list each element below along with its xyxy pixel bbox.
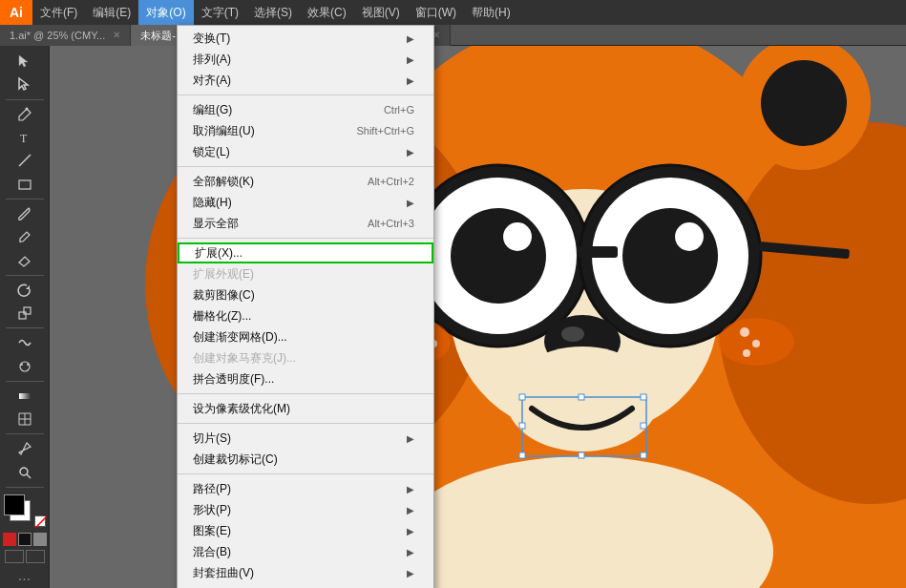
svg-point-7 [21, 364, 23, 366]
menu-group[interactable]: 编组(G) Ctrl+G [178, 99, 433, 120]
submenu-arrow: ▶ [407, 568, 414, 578]
more-tools[interactable]: ··· [18, 571, 31, 588]
menu-section-4: 扩展(X)... 扩展外观(E) 裁剪图像(C) 栅格化(Z)... 创建渐变网… [178, 241, 433, 391]
svg-rect-29 [578, 246, 618, 258]
menu-section-6: 切片(S) ▶ 创建裁切标记(C) [178, 426, 433, 472]
tool-direct-selection[interactable] [4, 74, 46, 94]
color-swatches[interactable] [4, 494, 46, 527]
svg-point-35 [675, 222, 704, 251]
tool-warp[interactable] [4, 332, 46, 353]
menu-file[interactable]: 文件(F) [32, 0, 85, 25]
svg-rect-55 [641, 394, 646, 400]
view-btn-2[interactable] [26, 550, 45, 563]
svg-line-2 [19, 155, 31, 166]
tool-pen[interactable] [4, 104, 46, 125]
svg-point-16 [20, 468, 28, 475]
svg-rect-3 [19, 180, 31, 189]
menu-hide[interactable]: 隐藏(H) ▶ [178, 192, 433, 213]
separator-4 [178, 393, 433, 394]
tab-close-1[interactable]: ✕ [113, 25, 120, 46]
object-dropdown-menu: 变换(T) ▶ 排列(A) ▶ 对齐(A) ▶ 编组(G) Ctrl+G 取消编… [177, 25, 434, 588]
menu-pattern[interactable]: 图案(E) ▶ [178, 520, 433, 541]
menu-section-1: 变换(T) ▶ 排列(A) ▶ 对齐(A) ▶ [178, 26, 433, 93]
tool-rect[interactable] [4, 174, 46, 195]
svg-point-33 [503, 222, 532, 251]
menu-expand-appearance[interactable]: 扩展外观(E) [178, 263, 433, 284]
svg-rect-59 [519, 423, 525, 429]
svg-point-6 [20, 362, 30, 371]
submenu-arrow: ▶ [407, 75, 414, 86]
submenu-arrow: ▶ [407, 54, 414, 65]
gray-square[interactable] [33, 533, 47, 546]
svg-point-51 [743, 349, 750, 357]
submenu-arrow: ▶ [407, 484, 414, 494]
tool-paintbrush[interactable] [4, 203, 46, 224]
tool-eraser[interactable] [4, 249, 46, 270]
tool-scale[interactable] [4, 303, 46, 324]
tool-mesh[interactable] [4, 409, 46, 430]
submenu-arrow: ▶ [407, 505, 414, 515]
svg-rect-53 [519, 394, 525, 400]
svg-rect-4 [19, 312, 26, 319]
menu-path[interactable]: 路径(P) ▶ [178, 478, 433, 499]
menu-slice[interactable]: 切片(S) ▶ [178, 428, 433, 449]
menu-ungroup[interactable]: 取消编组(U) Shift+Ctrl+G [178, 120, 433, 141]
menu-select[interactable]: 选择(S) [246, 0, 300, 25]
menu-flatten-transparency[interactable]: 拼合透明度(F)... [178, 368, 433, 389]
menu-arrange[interactable]: 排列(A) ▶ [178, 49, 433, 70]
menu-align[interactable]: 对齐(A) ▶ [178, 70, 433, 91]
menu-section-2: 编组(G) Ctrl+G 取消编组(U) Shift+Ctrl+G 锁定(L) … [178, 97, 433, 164]
svg-point-8 [27, 364, 29, 366]
submenu-arrow: ▶ [407, 147, 414, 158]
menu-lock[interactable]: 锁定(L) ▶ [178, 141, 433, 162]
menu-effect[interactable]: 效果(C) [300, 0, 354, 25]
tool-line[interactable] [4, 150, 46, 171]
tool-gradient[interactable] [4, 386, 46, 407]
tool-type[interactable]: T [4, 127, 46, 148]
svg-point-49 [740, 327, 749, 337]
tab-1[interactable]: 1.ai* @ 25% (CMY... ✕ [0, 25, 131, 46]
menu-show-all[interactable]: 显示全部 Alt+Ctrl+3 [178, 213, 433, 234]
submenu-arrow: ▶ [407, 198, 414, 208]
menu-expand[interactable]: 扩展(X)... [178, 242, 433, 263]
menu-create-trim-marks[interactable]: 创建裁切标记(C) [178, 449, 433, 470]
menu-view[interactable]: 视图(V) [354, 0, 408, 25]
menu-gradient-mesh[interactable]: 创建渐变网格(D)... [178, 326, 433, 347]
svg-rect-58 [641, 423, 646, 429]
menu-window[interactable]: 窗口(W) [408, 0, 464, 25]
fill-color-fg [4, 494, 25, 515]
menu-rasterize[interactable]: 栅格化(Z)... [178, 305, 433, 326]
svg-point-37 [561, 326, 584, 342]
menu-text[interactable]: 文字(T) [194, 0, 246, 25]
svg-point-34 [622, 208, 718, 304]
menu-section-5: 设为像素级优化(M) [178, 396, 433, 421]
menu-transform[interactable]: 变换(T) ▶ [178, 28, 433, 49]
black-square[interactable] [18, 533, 32, 546]
tool-selection[interactable] [4, 51, 46, 72]
menu-perspective[interactable]: 透视(P) ▶ [178, 583, 433, 588]
menu-shape[interactable]: 形状(P) ▶ [178, 499, 433, 520]
tool-eyedropper[interactable] [4, 438, 46, 459]
menu-blend[interactable]: 混合(B) ▶ [178, 541, 433, 562]
red-square[interactable] [3, 533, 16, 546]
ai-logo: Ai [0, 0, 32, 25]
menu-unlock-all[interactable]: 全部解锁(K) Alt+Ctrl+2 [178, 171, 433, 192]
svg-point-32 [451, 208, 546, 304]
tool-rotate[interactable] [4, 280, 46, 301]
separator-6 [178, 473, 433, 474]
menu-edit[interactable]: 编辑(E) [85, 0, 138, 25]
menu-envelope-distort[interactable]: 封套扭曲(V) ▶ [178, 562, 433, 583]
svg-line-17 [27, 474, 31, 478]
menu-pixel-perfect[interactable]: 设为像素级优化(M) [178, 398, 433, 419]
menu-object[interactable]: 对象(O) [138, 0, 193, 25]
svg-rect-9 [19, 393, 31, 399]
menu-section-7: 路径(P) ▶ 形状(P) ▶ 图案(E) ▶ 混合(B) ▶ 封套扭曲(V) … [178, 476, 433, 588]
menu-crop-image[interactable]: 裁剪图像(C) [178, 284, 433, 305]
menu-mosaic[interactable]: 创建对象马赛克(J)... [178, 347, 433, 368]
tool-symbol[interactable] [4, 355, 46, 376]
tool-pencil[interactable] [4, 226, 46, 247]
view-btn-1[interactable] [5, 550, 24, 563]
svg-rect-56 [519, 452, 525, 458]
menu-help[interactable]: 帮助(H) [464, 0, 518, 25]
tool-zoom[interactable] [4, 461, 46, 482]
